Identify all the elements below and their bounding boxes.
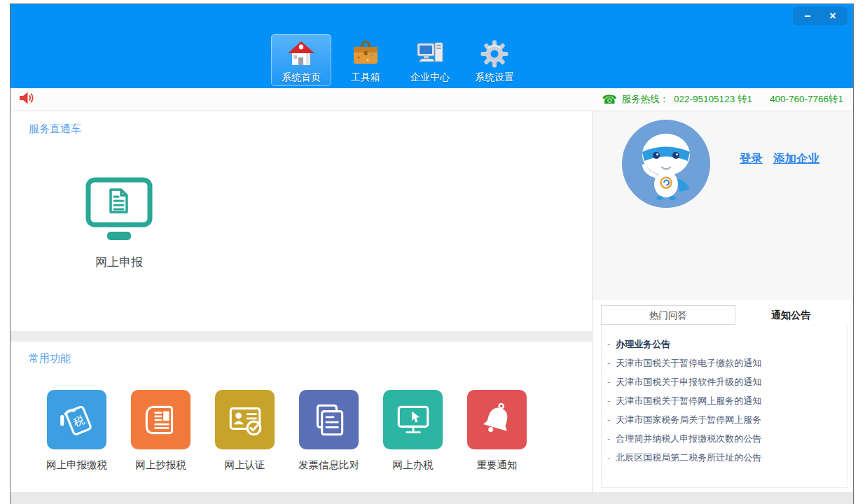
notice-item[interactable]: - 办理业务公告 [607,335,843,354]
function-tile-copy-report-tax[interactable]: 网上抄报税 [131,390,191,449]
tile-label: 网上办税 [371,458,455,472]
home-icon [286,38,317,69]
close-button[interactable]: × [826,10,839,22]
enterprise-center-icon [415,38,445,69]
tab-hot-qa[interactable]: 热门问答 [601,305,735,325]
speaker-icon[interactable] [18,90,34,109]
main-nav: 系统首页 工具箱 [271,34,525,86]
shortcut-label: 网上申报 [72,254,166,270]
bullet-dash: - [607,335,610,354]
id-card-check-icon [215,390,275,449]
service-section-title: 服务直通车 [29,122,81,136]
svg-text:税: 税 [70,413,85,428]
hotline-local-number: 022-95105123 转1 [674,93,752,106]
notice-text: 合理简并纳税人申报缴税次数的公告 [616,429,761,448]
function-tile-declare-pay-tax[interactable]: 税 网上申报缴税 [47,390,106,449]
titlebar: – × 系统首页 [11,4,853,88]
nav-label: 工具箱 [351,71,380,84]
tile-label: 重要通知 [455,458,539,472]
bullet-dash: - [607,391,610,410]
function-tile-online-authentication[interactable]: 网上认证 [215,390,275,449]
nav-item-system-home[interactable]: 系统首页 [271,34,331,86]
service-hotline: ☎ 服务热线： 022-95105123 转1 400-760-7766转1 [602,93,843,106]
nav-label: 企业中心 [410,71,450,84]
notice-text: 天津市国税关于暂停网上服务的通知 [616,391,761,410]
account-links: 登录 添加企业 [740,151,819,167]
notice-item[interactable]: - 北辰区国税局第二税务所迁址的公告 [607,448,843,467]
tax-pay-card-icon: 税 [47,390,106,449]
nav-item-system-settings[interactable]: 系统设置 [464,34,525,86]
app-window: – × 系统首页 [10,4,854,504]
notice-panel: - 办理业务公告 - 天津市国税关于暂停电子缴款的通知 - 天津市国税关于申报软… [601,325,847,488]
notice-item[interactable]: - 天津市国税关于申报软件升级的通知 [607,372,843,391]
function-tile-important-notice[interactable]: 重要通知 [467,390,527,449]
notice-item[interactable]: - 合理简并纳税人申报缴税次数的公告 [607,429,843,448]
notice-text: 天津市国税关于暂停电子缴款的通知 [616,354,761,372]
hotline-prefix: 服务热线： [622,93,670,106]
monitor-cursor-icon [383,390,443,449]
hotline-toll-number: 400-760-7766转1 [770,93,843,106]
nav-item-toolbox[interactable]: 工具箱 [335,34,396,86]
toolbox-icon [350,38,381,69]
bullet-dash: - [607,448,610,467]
function-tiles: 税 网上申报缴税 [47,390,527,449]
main-panel: 服务直通车 [11,111,593,492]
notice-text: 天津市国家税务局关于暂停网上服务 [616,410,761,429]
function-tile-invoice-compare[interactable]: 发票信息比对 [299,390,359,449]
notice-item[interactable]: - 天津市国税关于暂停网上服务的通知 [607,391,843,410]
bell-icon [467,390,527,449]
bullet-dash: - [607,372,610,391]
notice-text: 天津市国税关于申报软件升级的通知 [616,372,761,391]
notice-text: 办理业务公告 [616,335,670,354]
functions-section-title: 常用功能 [29,352,71,365]
online-declare-shortcut[interactable]: 网上申报 [72,177,166,270]
notice-item[interactable]: - 天津市国家税务局关于暂停网上服务 [607,410,843,429]
tile-label: 网上申报缴税 [34,458,119,472]
desktop-background: – × 系统首页 [0,0,865,504]
notice-text: 北辰区国税局第二税务所迁址的公告 [616,448,761,467]
bullet-dash: - [607,410,610,429]
window-controls: – × [793,7,847,25]
newspaper-icon [131,390,191,449]
bullet-dash: - [607,429,610,448]
nav-label: 系统设置 [475,71,514,84]
documents-compare-icon [299,390,359,449]
mascot-avatar [622,120,710,208]
add-company-link[interactable]: 添加企业 [773,151,819,167]
phone-icon: ☎ [602,94,616,106]
side-panel: 登录 添加企业 热门问答 通知公告 - 办理业务公告 [593,111,853,492]
notice-list: - 办理业务公告 - 天津市国税关于暂停电子缴款的通知 - 天津市国税关于申报软… [607,332,843,467]
notice-item[interactable]: - 天津市国税关于暂停电子缴款的通知 [607,354,843,372]
bullet-dash: - [607,354,610,372]
account-panel: 登录 添加企业 [593,111,853,300]
side-tabs: 热门问答 通知公告 [593,305,853,325]
function-tile-online-tax-office[interactable]: 网上办税 [383,390,443,449]
status-bar [11,492,853,504]
tile-label: 发票信息比对 [286,458,371,472]
nav-label: 系统首页 [282,71,321,84]
tab-notices[interactable]: 通知公告 [735,305,846,325]
section-divider [11,331,592,342]
nav-item-enterprise-center[interactable]: 企业中心 [400,34,460,86]
monitor-document-icon [81,233,157,245]
settings-gear-icon [479,38,510,69]
minimize-button[interactable]: – [801,10,814,22]
tile-label: 网上认证 [202,458,287,472]
login-link[interactable]: 登录 [740,151,763,167]
tile-label: 网上抄报税 [118,458,203,472]
content-area: 服务直通车 [11,111,853,492]
infobar: ☎ 服务热线： 022-95105123 转1 400-760-7766转1 [11,88,853,111]
